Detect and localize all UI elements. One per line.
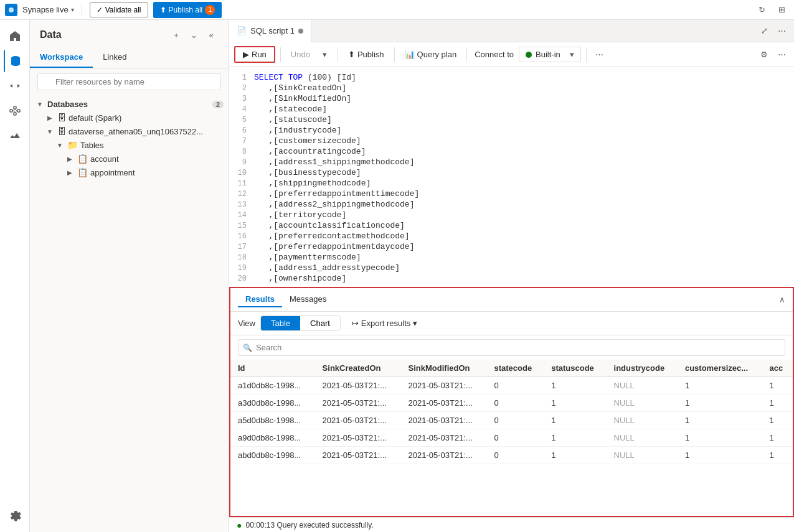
dataverse-label: dataverse_athena05_unq10637522... (69, 127, 224, 136)
export-results-button[interactable]: ↦ Export results ▾ (346, 316, 423, 330)
toolbar-sep-4 (466, 47, 467, 62)
table-cell: NULL (607, 429, 678, 447)
more-script-options-button[interactable]: ⋯ (774, 24, 789, 39)
default-spark-chevron-icon: ▶ (45, 114, 55, 121)
results-toolbar: View Table Chart ↦ Export results ▾ (230, 312, 793, 335)
export-label: Export results (361, 319, 410, 328)
publish-all-button[interactable]: ⬆ Publish all 1 (153, 2, 222, 18)
tab-results[interactable]: Results (238, 292, 282, 307)
app-logo (5, 4, 17, 16)
activity-integrate[interactable] (4, 100, 26, 122)
sql-script-icon: 📄 (237, 26, 247, 35)
status-bar: ● 00:00:13 Query executed successfully. (229, 517, 794, 532)
export-icon: ↦ (352, 319, 359, 328)
default-spark-label: default (Spark) (69, 113, 224, 123)
sql-script-tab[interactable]: 📄 SQL script 1 (229, 20, 311, 42)
connect-to-dropdown[interactable]: Built-in ▾ (519, 47, 581, 62)
table-cell: NULL (607, 447, 678, 464)
run-label: Run (252, 50, 267, 59)
table-view-button[interactable]: Table (261, 316, 300, 330)
tree-item-tables[interactable]: ▼ 📁 Tables (30, 138, 229, 152)
tab-workspace[interactable]: Workspace (30, 47, 93, 68)
validate-all-button[interactable]: ✓ Validate all (90, 2, 148, 17)
more-editor-options-button[interactable]: ⋯ (774, 47, 789, 62)
more-options-button[interactable]: ⌄ (186, 27, 201, 42)
table-cell: 0 (486, 412, 544, 429)
results-search-wrap (238, 339, 785, 356)
publish-badge: 1 (205, 5, 215, 15)
account-label: account (90, 154, 224, 164)
table-cell: 1 (762, 394, 793, 412)
more-toolbar-options-button[interactable]: ⋯ (592, 47, 607, 62)
col-header-customersize: customersizec... (678, 360, 762, 377)
add-resource-button[interactable]: + (169, 27, 184, 42)
code-line-20: 20 ,[ownershipcode] (229, 273, 794, 284)
results-search-input[interactable] (238, 339, 785, 356)
activity-home[interactable] (4, 25, 26, 47)
appointment-chevron-icon: ▶ (65, 169, 75, 176)
export-chevron-icon: ▾ (413, 319, 417, 328)
editor-toolbar: ▶ Run Undo ▾ ⬆ Publish 📊 Query plan Conn… (229, 42, 794, 67)
query-plan-icon: 📊 (405, 50, 415, 59)
svg-point-1 (9, 7, 14, 12)
connect-chevron-icon: ▾ (570, 50, 574, 59)
toolbar-right: ⚙ ⋯ (757, 47, 789, 62)
appointment-label: appointment (90, 168, 224, 177)
table-cell: 1 (762, 447, 793, 464)
table-row: a5d0db8c-1998...2021-05-03T21:...2021-05… (230, 412, 793, 429)
filter-toolbar-button[interactable]: ⚙ (757, 47, 772, 62)
tree-item-account[interactable]: ▶ 📋 account (30, 152, 229, 166)
validate-label: Validate all (105, 6, 141, 14)
synapse-name: Synapse live (22, 5, 69, 14)
tab-linked[interactable]: Linked (93, 47, 136, 68)
tree-item-default-spark[interactable]: ▶ 🗄 default (Spark) (30, 111, 229, 124)
table-cell: a3d0db8c-1998... (230, 394, 315, 412)
chart-view-button[interactable]: Chart (300, 316, 340, 330)
query-plan-button[interactable]: 📊 Query plan (400, 47, 462, 62)
databases-section[interactable]: ▼ Databases 2 (30, 98, 229, 111)
code-line-19: 19 ,[address1_addresstypecode] (229, 263, 794, 273)
table-cell: 2021-05-03T21:... (401, 377, 487, 394)
table-cell: 1 (678, 447, 762, 464)
sidebar-header-actions: + ⌄ « (169, 27, 219, 42)
editor-area: 1SELECT TOP (100) [Id] 2 ,[SinkCreatedOn… (229, 67, 794, 532)
sidebar-search-input[interactable] (37, 73, 221, 90)
code-editor[interactable]: 1SELECT TOP (100) [Id] 2 ,[SinkCreatedOn… (229, 67, 794, 287)
run-button[interactable]: ▶ Run (234, 46, 275, 63)
layout-button[interactable]: ⊞ (774, 2, 789, 17)
script-tab-bar: 📄 SQL script 1 ⤢ ⋯ (229, 20, 794, 42)
activity-develop[interactable] (4, 75, 26, 97)
collapse-results-button[interactable]: ∧ (779, 295, 785, 304)
databases-label: Databases (47, 100, 210, 109)
table-icon-2: 📋 (77, 167, 88, 177)
activity-monitor[interactable] (4, 124, 26, 147)
table-cell: 2021-05-03T21:... (315, 447, 401, 464)
undo-dropdown-button[interactable]: ▾ (318, 47, 333, 62)
dataverse-icon: 🗄 (57, 126, 66, 136)
sidebar-header: Data + ⌄ « (30, 20, 229, 47)
activity-manage[interactable] (4, 505, 26, 527)
undo-button[interactable]: Undo (286, 47, 315, 62)
activity-data[interactable] (4, 50, 26, 72)
maximize-editor-button[interactable]: ⤢ (757, 24, 772, 39)
table-cell: 1 (544, 429, 606, 447)
collapse-sidebar-button[interactable]: « (204, 27, 219, 42)
svg-rect-5 (14, 106, 16, 109)
table-cell: 1 (544, 412, 606, 429)
query-plan-label: Query plan (417, 50, 457, 59)
results-table-body: a1d0db8c-1998...2021-05-03T21:...2021-05… (230, 377, 793, 464)
tree-item-appointment[interactable]: ▶ 📋 appointment (30, 166, 229, 179)
col-header-statecode: statecode (486, 360, 544, 377)
tree-item-dataverse[interactable]: ▼ 🗄 dataverse_athena05_unq10637522... (30, 124, 229, 138)
table-cell: 2021-05-03T21:... (315, 394, 401, 412)
code-line-18: 18 ,[paymenttermscode] (229, 252, 794, 263)
code-line-12: 12 ,[preferredappointmenttimecode] (229, 189, 794, 199)
svg-rect-4 (17, 110, 20, 112)
table-row: a3d0db8c-1998...2021-05-03T21:...2021-05… (230, 394, 793, 412)
col-header-sinkmodifiedon: SinkModifiedOn (401, 360, 487, 377)
publish-icon-toolbar: ⬆ (348, 50, 355, 59)
tab-messages[interactable]: Messages (282, 292, 334, 307)
refresh-button[interactable]: ↻ (754, 2, 769, 17)
publish-button[interactable]: ⬆ Publish (343, 47, 389, 62)
code-line-9: 9 ,[address1_shippingmethodcode] (229, 157, 794, 167)
